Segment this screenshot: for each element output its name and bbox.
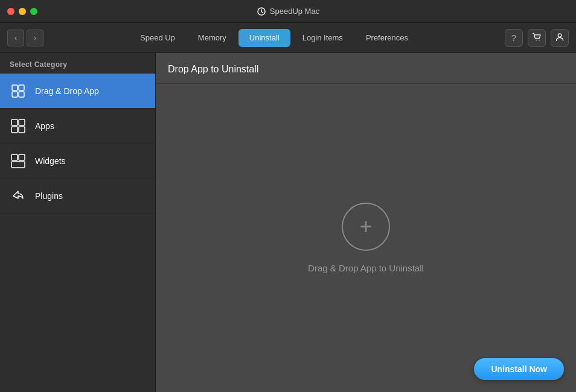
drag-drop-app-icon	[10, 83, 27, 100]
sidebar: Select Category Drag & Drop App	[0, 53, 156, 392]
toolbar: ‹ › Speed Up Memory Uninstall Login Item…	[0, 23, 576, 53]
sidebar-item-widgets[interactable]: Widgets	[0, 144, 155, 179]
help-button[interactable]: ?	[505, 29, 523, 47]
drop-circle-icon: +	[342, 203, 390, 251]
plus-icon: +	[359, 214, 372, 239]
app-icon	[257, 7, 266, 16]
traffic-lights	[7, 8, 37, 15]
sidebar-item-drag-drop-app-label: Drag & Drop App	[35, 86, 99, 96]
cart-button[interactable]	[528, 29, 546, 47]
svg-rect-5	[19, 85, 24, 90]
svg-rect-9	[19, 119, 25, 125]
forward-icon: ›	[34, 34, 36, 42]
sidebar-item-widgets-label: Widgets	[35, 156, 66, 166]
svg-point-2	[539, 40, 540, 41]
svg-rect-6	[12, 92, 18, 97]
sidebar-item-drag-drop-app[interactable]: Drag & Drop App	[0, 74, 155, 109]
tab-preferences[interactable]: Preferences	[355, 29, 419, 47]
sidebar-header: Select Category	[0, 53, 155, 74]
svg-rect-10	[11, 127, 18, 133]
titlebar: SpeedUp Mac	[0, 0, 576, 23]
user-icon	[555, 32, 565, 43]
svg-point-1	[536, 40, 537, 41]
main-content: Select Category Drag & Drop App	[0, 53, 576, 392]
tab-login-items[interactable]: Login Items	[292, 29, 354, 47]
tab-memory[interactable]: Memory	[187, 29, 237, 47]
back-icon: ‹	[14, 34, 17, 42]
widgets-icon	[10, 153, 27, 169]
user-button[interactable]	[551, 29, 569, 47]
tab-bar: Speed Up Memory Uninstall Login Items Pr…	[129, 29, 419, 47]
svg-rect-14	[11, 162, 25, 168]
svg-rect-4	[12, 85, 18, 90]
back-arrow[interactable]: ‹	[7, 30, 24, 46]
drop-label: Drag & Drop App to Uninstall	[308, 263, 424, 273]
plugins-icon	[10, 188, 27, 204]
svg-rect-13	[19, 154, 25, 160]
sidebar-item-plugins[interactable]: Plugins	[0, 179, 155, 213]
drop-zone[interactable]: + Drag & Drop App to Uninstall	[156, 84, 576, 392]
svg-rect-12	[11, 154, 18, 160]
maximize-button[interactable]	[30, 8, 37, 15]
minimize-button[interactable]	[19, 8, 26, 15]
sidebar-item-plugins-label: Plugins	[35, 191, 63, 201]
window-title: SpeedUp Mac	[257, 7, 319, 16]
help-icon: ?	[511, 33, 516, 43]
toolbar-actions: ?	[505, 29, 569, 47]
content-area: Drop App to Uninstall + Drag & Drop App …	[156, 53, 576, 392]
close-button[interactable]	[7, 8, 14, 15]
nav-arrows: ‹ ›	[7, 30, 43, 46]
content-header: Drop App to Uninstall	[156, 53, 576, 84]
forward-arrow[interactable]: ›	[27, 30, 43, 46]
svg-rect-8	[11, 119, 18, 125]
svg-rect-7	[19, 92, 24, 97]
cart-icon	[532, 32, 542, 43]
tab-speedup[interactable]: Speed Up	[129, 29, 186, 47]
svg-rect-11	[19, 127, 25, 133]
app-title: SpeedUp Mac	[270, 7, 319, 16]
tab-uninstall[interactable]: Uninstall	[238, 29, 290, 47]
sidebar-item-apps[interactable]: Apps	[0, 109, 155, 144]
apps-icon	[10, 118, 27, 134]
svg-point-3	[558, 34, 562, 37]
sidebar-item-apps-label: Apps	[35, 121, 54, 131]
uninstall-now-button[interactable]: Uninstall Now	[474, 358, 564, 380]
